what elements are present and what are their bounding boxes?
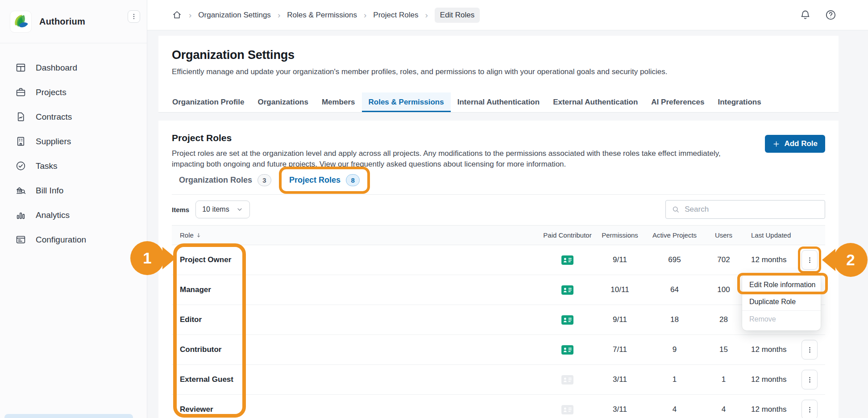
table-row: Contributor 7/11 9 1 [172, 335, 825, 365]
table-row: Manager 10/11 64 100 [172, 275, 825, 305]
help-icon[interactable] [825, 9, 837, 21]
users-value: 702 [707, 255, 740, 264]
breadcrumb-item[interactable]: Organization Settings [198, 11, 271, 20]
table-row: Project Owner 9/11 695 [172, 245, 825, 275]
table-header-row: Role Paid Contributor Permissions Active… [172, 225, 825, 245]
page-subtitle: Efficiently manage and update your organ… [172, 67, 825, 76]
tab[interactable]: Organizations [251, 92, 315, 112]
column-last-updated[interactable]: Last Updated [740, 231, 794, 239]
add-role-button[interactable]: Add Role [765, 135, 825, 153]
sidebar-item[interactable]: Dashboard [0, 55, 147, 80]
toggle-label: Organization Roles [179, 176, 252, 185]
sidebar-item[interactable]: Contracts [0, 104, 147, 129]
active-projects-value: 4 [642, 405, 707, 414]
sidebar-item-label: Suppliers [36, 137, 71, 146]
active-projects-value: 695 [642, 255, 707, 264]
tab[interactable]: Organization Profile [166, 92, 251, 112]
sidebar-item[interactable]: Suppliers [0, 129, 147, 154]
active-projects-value: 64 [642, 285, 707, 294]
permissions-value: 3/11 [598, 375, 642, 384]
breadcrumb-item[interactable]: Roles & Permissions [287, 11, 357, 20]
sidebar-item[interactable]: Tasks [0, 154, 147, 178]
sidebar-item-label: Contracts [36, 112, 72, 122]
kebab-icon [806, 346, 814, 354]
sidebar-item-label: Dashboard [36, 63, 77, 73]
sidebar-item[interactable]: Bill Info [0, 178, 147, 203]
table-row: Reviewer 3/11 4 4 [172, 395, 825, 418]
tab[interactable]: Members [315, 92, 362, 112]
projects-icon [15, 87, 26, 98]
sidebar-item-label: Configuration [36, 235, 86, 245]
role-name: External Guest [172, 375, 537, 384]
tab[interactable]: Internal Authentication [451, 92, 547, 112]
items-per-page-select[interactable]: 10 items [195, 201, 249, 218]
active-projects-value: 9 [642, 345, 707, 354]
count-badge: 8 [346, 174, 360, 186]
breadcrumb-item[interactable]: Project Roles [373, 11, 418, 20]
breadcrumb-separator-icon: › [189, 11, 191, 19]
menu-item[interactable]: Duplicate Role [742, 293, 821, 310]
sidebar-item-label: Tasks [36, 161, 58, 171]
sidebar-item[interactable]: Analytics [0, 203, 147, 227]
tab[interactable]: External Authentication [546, 92, 644, 112]
users-value: 15 [707, 345, 740, 354]
row-actions-kebab-button[interactable] [802, 400, 818, 418]
active-projects-value: 18 [642, 315, 707, 324]
row-actions-kebab-button[interactable] [802, 340, 818, 359]
tab-label: Internal Authentication [457, 98, 540, 107]
sidebar-item[interactable]: Configuration [0, 227, 147, 252]
search-input[interactable] [685, 205, 819, 214]
column-paid-contributor[interactable]: Paid Contributor [537, 231, 598, 239]
tab[interactable]: Integrations [711, 92, 768, 112]
tab-label: Integrations [718, 98, 761, 107]
tab-label: Organization Profile [172, 98, 245, 107]
kebab-icon [130, 13, 137, 20]
users-value: 4 [707, 405, 740, 414]
kebab-icon [806, 376, 814, 384]
bell-icon[interactable] [799, 9, 811, 21]
role-type-toggle[interactable]: Project Roles 8 [282, 170, 367, 191]
items-label: Items [172, 206, 189, 213]
menu-item[interactable]: Edit Role information [742, 276, 821, 293]
role-type-toggle[interactable]: Organization Roles 3 [172, 170, 278, 191]
tab[interactable]: AI Preferences [644, 92, 711, 112]
sidebar-kebab-button[interactable] [128, 10, 140, 23]
permissions-value: 9/11 [598, 315, 642, 324]
role-name: Contributor [172, 345, 537, 354]
search-box [665, 200, 825, 219]
users-value: 100 [707, 285, 740, 294]
permissions-value: 3/11 [598, 405, 642, 414]
roles-table: Role Paid Contributor Permissions Active… [172, 225, 825, 418]
column-active-projects[interactable]: Active Projects [642, 231, 707, 239]
sidebar-bottom-item-peek [4, 414, 133, 418]
dashboard-icon [15, 62, 26, 73]
column-users[interactable]: Users [707, 231, 740, 239]
row-actions-kebab-button[interactable] [802, 370, 818, 389]
permissions-value: 9/11 [598, 255, 642, 264]
last-updated-value: 12 months [740, 255, 794, 264]
column-role[interactable]: Role [180, 231, 194, 239]
configuration-icon [15, 234, 26, 245]
section-title: Project Roles [172, 132, 750, 144]
role-name: Project Owner [172, 255, 537, 264]
kebab-icon [806, 406, 814, 414]
permissions-value: 7/11 [598, 345, 642, 354]
paid-contributor-icon [561, 285, 573, 295]
analytics-icon [15, 209, 26, 221]
column-permissions[interactable]: Permissions [598, 231, 642, 239]
tab[interactable]: Roles & Permissions [362, 92, 451, 112]
tab-label: Organizations [258, 98, 308, 107]
tab-label: Roles & Permissions [369, 98, 444, 107]
row-actions-kebab-button[interactable] [802, 250, 818, 270]
sidebar-item[interactable]: Projects [0, 80, 147, 104]
home-icon[interactable] [172, 10, 182, 20]
role-name: Reviewer [172, 405, 537, 414]
page-title: Organization Settings [172, 48, 825, 62]
permissions-value: 10/11 [598, 285, 642, 294]
users-value: 1 [707, 375, 740, 384]
page-header-card: Organization Settings Efficiently manage… [158, 36, 839, 113]
breadcrumb-item[interactable]: Edit Roles [435, 8, 480, 23]
paid-contributor-icon [561, 375, 573, 385]
search-icon [672, 205, 680, 214]
sidebar-nav: Dashboard Projects Contracts Suppliers T… [0, 43, 147, 264]
